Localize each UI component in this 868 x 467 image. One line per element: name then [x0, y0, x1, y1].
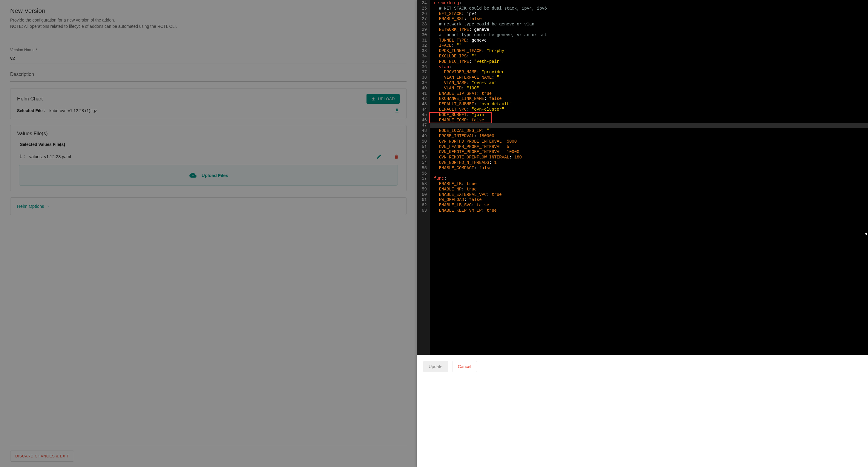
subtitle-line1: Provide the configuration for a new vers… [10, 18, 115, 23]
drawer-close-handle[interactable]: ◀ [863, 228, 868, 239]
editor-code[interactable]: networking: # NET_STACK could be dual_st… [430, 0, 868, 355]
upload-icon [371, 97, 375, 101]
editor-gutter: 2425262728293031323334353637383940414243… [417, 0, 430, 355]
download-icon[interactable] [394, 108, 400, 113]
helm-options-toggle[interactable]: Helm Options [17, 204, 400, 209]
cancel-button[interactable]: Cancel [452, 361, 477, 372]
update-button[interactable]: Update [423, 361, 448, 372]
bottom-bar: DISCARD CHANGES & EXIT [10, 445, 406, 462]
version-name-label: Version Name * [10, 48, 406, 52]
chevron-right-icon [46, 204, 50, 208]
edit-icon[interactable] [376, 154, 382, 159]
selected-values-label: Selected Values File(s) [20, 142, 400, 147]
editor-drawer: 2425262728293031323334353637383940414243… [417, 0, 868, 467]
values-files-card: Values File(s) Selected Values File(s) 1… [10, 125, 406, 191]
trash-icon[interactable] [394, 154, 399, 159]
page-title: New Version [10, 7, 406, 14]
upload-chart-button[interactable]: UPLOAD [367, 94, 399, 104]
version-name-input[interactable] [10, 54, 406, 63]
selected-file-label: Selected File : [17, 108, 45, 113]
discard-button[interactable]: DISCARD CHANGES & EXIT [10, 450, 74, 462]
subtitle-line2: NOTE: All operations related to lifecycl… [10, 24, 177, 29]
upload-files-dropzone[interactable]: Upload Files [19, 165, 398, 186]
page-subtitle: Provide the configuration for a new vers… [10, 17, 406, 30]
helm-chart-title: Helm Chart [17, 96, 43, 102]
values-files-title: Values File(s) [17, 130, 400, 137]
values-file-row: 1 : values_v1.12.28.yaml [17, 153, 400, 164]
helm-options-card: Helm Options [10, 197, 406, 215]
new-version-panel: New Version Provide the configuration fo… [0, 0, 417, 467]
selected-file-name: kube-ovn-v1.12.28 (1).tgz [49, 108, 394, 113]
selected-chart-row: Selected File : kube-ovn-v1.12.28 (1).tg… [17, 108, 400, 113]
yaml-editor[interactable]: 2425262728293031323334353637383940414243… [417, 0, 868, 355]
values-file-name: values_v1.12.28.yaml [29, 154, 376, 159]
drawer-button-row: Update Cancel [417, 355, 868, 378]
helm-chart-card: Helm Chart UPLOAD Selected File : kube-o… [10, 88, 406, 119]
values-file-index: 1 : [20, 154, 25, 159]
description-label[interactable]: Description [10, 72, 406, 82]
helm-options-label: Helm Options [17, 204, 44, 209]
dropzone-label: Upload Files [202, 173, 228, 178]
cloud-upload-icon [188, 172, 197, 179]
upload-chart-label: UPLOAD [378, 96, 395, 101]
